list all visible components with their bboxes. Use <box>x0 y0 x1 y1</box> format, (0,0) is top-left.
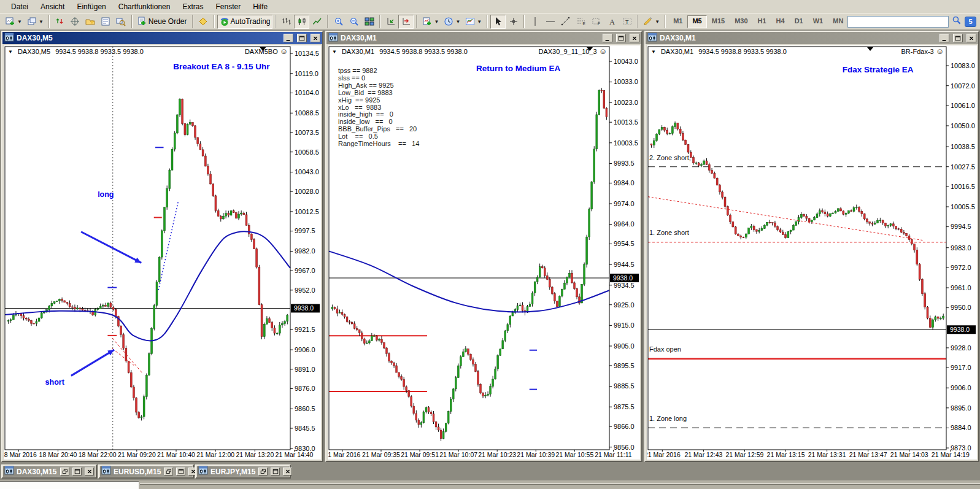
timeframe-h1-button[interactable]: H1 <box>753 15 771 28</box>
minimize-button[interactable] <box>284 34 293 42</box>
chart-window-dax30-m5: DAX30,M5 ▼ DAX30,M5 9934.5 9938.8 9933.5… <box>1 31 323 462</box>
chart-line-button[interactable] <box>309 15 325 29</box>
symbol-dropdown-icon[interactable]: ▼ <box>332 49 337 55</box>
window-titlebar[interactable]: DAX30,M5 <box>2 32 322 44</box>
price-axis-tick: 9961.0 <box>951 284 971 291</box>
maximize-button[interactable] <box>176 468 185 476</box>
menu-einfgen[interactable]: Einfügen <box>71 1 112 13</box>
chart-candles-button[interactable] <box>294 15 309 29</box>
ea-name-label[interactable]: DAX30_9_11_10_3 ☺ <box>539 48 608 55</box>
chart-canvas[interactable]: ▼ DAX30,M5 9934.5 9938.8 9933.5 9938.0 D… <box>4 45 321 460</box>
minimized-chart-eurusdm15[interactable]: EURUSD,M15 <box>98 464 194 479</box>
draw-objects-button[interactable]: F <box>588 15 604 29</box>
minimized-chart-eurjpym15[interactable]: EURJPY,M15 <box>195 464 291 479</box>
metaeditor-button[interactable] <box>196 15 211 29</box>
chart-ohlc-info[interactable]: ▼ DAX30,M1 9934.5 9938.8 9933.5 9938.0 <box>332 48 468 55</box>
maximize-button[interactable] <box>297 34 307 42</box>
ea-name-label[interactable]: DAXM5BO ☺ <box>245 48 288 55</box>
menu-hilfe[interactable]: Hilfe <box>247 1 274 13</box>
chart-canvas[interactable]: ▼ DAX30,M1 9934.5 9938.8 9933.5 9938.0 D… <box>328 45 640 460</box>
price-axis-tick: 9997.5 <box>295 227 315 234</box>
draw-label-button[interactable]: T <box>619 15 635 29</box>
maximize-button[interactable] <box>72 468 82 476</box>
timeframe-h4-button[interactable]: H4 <box>771 15 790 28</box>
data-window-button[interactable] <box>68 15 83 29</box>
timeframe-m5-button[interactable]: M5 <box>687 15 706 28</box>
close-button[interactable] <box>311 34 320 42</box>
draw-hline-button[interactable] <box>542 15 558 29</box>
time-axis-label: 21 Mar 10:23 <box>478 451 516 458</box>
price-axis-tick: 9954.5 <box>614 240 635 247</box>
draw-vline-button[interactable] <box>527 15 542 29</box>
maximize-button[interactable] <box>271 468 280 476</box>
menu-extras[interactable]: Extras <box>176 1 209 13</box>
zoom-in-button[interactable] <box>331 15 346 29</box>
timeframe-m30-button[interactable]: M30 <box>730 15 752 28</box>
minimize-button[interactable] <box>939 34 949 42</box>
chart-bars-button[interactable] <box>279 15 294 29</box>
market-watch-button[interactable] <box>52 15 68 29</box>
menu-datei[interactable]: Datei <box>5 1 34 13</box>
chart-plot[interactable]: Breakout EA 8 - 9.15 Uhrlongshort10134.5… <box>4 45 321 460</box>
chart-plot[interactable]: 2. Zone short,1. Zone shortFdax open1. Z… <box>647 45 977 460</box>
menu-chartfunktionen[interactable]: Chartfunktionen <box>112 1 177 13</box>
close-button[interactable] <box>966 34 976 42</box>
maximize-button[interactable] <box>953 34 963 42</box>
maximize-button[interactable] <box>616 34 626 42</box>
symbol-dropdown-icon[interactable]: ▼ <box>8 49 13 55</box>
styles-button[interactable]: ▼ <box>641 15 662 29</box>
search-icon[interactable] <box>952 15 962 28</box>
window-titlebar[interactable]: DAX30,M1 <box>646 32 978 44</box>
chevron-down-icon: ▼ <box>655 19 660 25</box>
minimize-button[interactable] <box>603 34 612 42</box>
timeframe-m15-button[interactable]: M15 <box>707 15 730 28</box>
price-axis-tick: 10061.0 <box>951 102 975 109</box>
chart-symbol: DAX30,M1 <box>342 48 374 55</box>
price-axis-tick: 10058.5 <box>295 148 319 156</box>
zoom-out-button[interactable] <box>346 15 361 29</box>
community-notification-badge[interactable]: 5 <box>965 17 976 27</box>
close-button[interactable] <box>85 468 94 476</box>
menu-fenster[interactable]: Fenster <box>210 1 247 13</box>
time-axis-label: 21 Mar 13:20 <box>236 451 274 458</box>
draw-text-button[interactable]: A <box>604 15 619 29</box>
timeframe-m1-button[interactable]: M1 <box>668 15 687 28</box>
draw-fibo-button[interactable]: E <box>573 15 588 29</box>
strategy-tester-button[interactable] <box>114 15 129 29</box>
chart-ohlc-info[interactable]: ▼ DAX30,M5 9934.5 9938.8 9933.5 9938.0 <box>8 48 144 55</box>
restore-button[interactable] <box>258 468 268 476</box>
close-button[interactable] <box>283 468 292 476</box>
crosshair-button[interactable] <box>506 15 521 29</box>
minimized-chart-dax30m15[interactable]: DAX30,M15 <box>1 464 97 479</box>
new-order-button[interactable]: Neue Order <box>135 15 190 29</box>
window-titlebar[interactable]: DAX30,M1 <box>326 32 641 44</box>
timeframe-w1-button[interactable]: W1 <box>808 15 828 28</box>
new-chart-button[interactable]: ▼ <box>3 15 25 29</box>
chart-ohlc-values: 9934.5 9938.8 9933.5 9938.0 <box>55 48 144 55</box>
cursor-button[interactable] <box>490 15 506 29</box>
auto-scroll-button[interactable] <box>383 15 398 29</box>
chart-ohlc-info[interactable]: ▼ DAX30,M1 9934.5 9938.8 9933.5 9938.0 <box>651 48 787 55</box>
terminal-button[interactable] <box>98 15 114 29</box>
tile-windows-button[interactable] <box>361 15 377 29</box>
timeframe-mn-button[interactable]: MN <box>828 15 848 28</box>
navigator-button[interactable] <box>83 15 98 29</box>
draw-trendline-button[interactable] <box>558 15 573 29</box>
autotrading-button[interactable]: AutoTrading <box>217 15 273 29</box>
indicators-button[interactable]: ▼ <box>420 15 441 29</box>
restore-button[interactable] <box>60 468 69 476</box>
chart-shift-button[interactable] <box>398 15 414 29</box>
symbol-dropdown-icon[interactable]: ▼ <box>651 49 656 55</box>
templates-button[interactable]: ▼ <box>463 15 484 29</box>
chart-canvas[interactable]: ▼ DAX30,M1 9934.5 9938.8 9933.5 9938.0 B… <box>647 45 977 460</box>
search-input[interactable] <box>847 16 949 28</box>
ea-smiley-icon: ☺ <box>280 48 288 55</box>
toolbar-separator <box>327 15 328 28</box>
close-button[interactable] <box>630 34 639 42</box>
restore-button[interactable] <box>164 468 173 476</box>
menu-ansicht[interactable]: Ansicht <box>34 1 71 13</box>
profiles-button[interactable]: ▼ <box>25 15 46 29</box>
timeframe-d1-button[interactable]: D1 <box>790 15 808 28</box>
periods-button[interactable]: ▼ <box>441 15 463 29</box>
ea-name-label[interactable]: BR-Fdax-3 ☺ <box>901 48 944 55</box>
